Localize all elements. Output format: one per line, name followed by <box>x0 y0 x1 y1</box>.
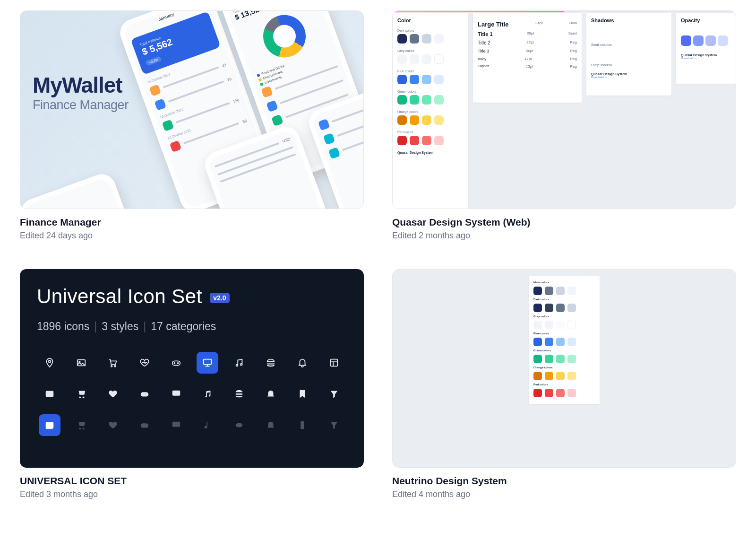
svg-rect-16 <box>172 391 180 396</box>
svg-rect-8 <box>204 359 212 365</box>
phone-mockup <box>20 170 180 209</box>
project-meta: Edited 4 months ago <box>392 489 736 499</box>
svg-rect-12 <box>46 391 54 397</box>
project-thumbnail: Main colors Dark colors Grey colors Blue… <box>392 269 736 468</box>
iconset-heading: Universal Icon Set <box>37 285 202 307</box>
cart-icon <box>70 383 92 405</box>
svg-point-6 <box>174 363 175 364</box>
svg-rect-11 <box>330 359 337 366</box>
project-thumbnail: MyWallet Finance Manager January Total b… <box>20 10 364 209</box>
bookmark-icon <box>292 383 313 405</box>
brand-title: MyWallet <box>33 72 129 98</box>
svg-point-7 <box>177 363 178 364</box>
project-card-finance-manager[interactable]: MyWallet Finance Manager January Total b… <box>20 10 364 241</box>
project-card-quasar[interactable]: Color Dark colors Grey colors Blue color… <box>392 10 736 241</box>
svg-rect-5 <box>172 361 180 365</box>
gamepad-icon <box>134 414 155 436</box>
svg-rect-17 <box>236 393 243 395</box>
typography-panel: Large Title34ptBold Title 128ptSemi Titl… <box>473 13 582 103</box>
svg-point-4 <box>114 366 116 367</box>
color-panel: Color Dark colors Grey colors Blue color… <box>393 13 468 209</box>
gamepad-icon <box>134 383 155 405</box>
version-badge: v2.0 <box>210 293 229 303</box>
svg-point-25 <box>236 423 243 427</box>
pin-icon <box>39 352 60 374</box>
phone-icon <box>292 414 313 436</box>
svg-point-0 <box>49 360 51 363</box>
image-icon <box>70 352 92 374</box>
music-icon <box>197 414 218 436</box>
filter-icon <box>323 383 345 405</box>
project-meta: Edited 2 months ago <box>392 231 736 241</box>
layout-icon <box>323 352 345 374</box>
shadows-panel: Shadows Small shadow Large shadow Quasar… <box>586 13 671 96</box>
image-icon <box>39 383 60 405</box>
filter-icon <box>323 414 345 436</box>
image-icon <box>39 414 60 436</box>
project-title: Quasar Design System (Web) <box>392 217 736 228</box>
presentation-icon <box>165 414 187 436</box>
project-meta: Edited 3 months ago <box>20 489 364 499</box>
project-title: Finance Manager <box>20 217 364 228</box>
cart-icon <box>70 414 92 436</box>
svg-point-20 <box>83 428 85 430</box>
project-title: UNIVERSAL ICON SET <box>20 475 364 487</box>
music-icon <box>197 383 218 405</box>
brand-subtitle: Finance Manager <box>33 98 129 113</box>
svg-rect-21 <box>141 423 149 428</box>
bell-icon <box>260 383 282 405</box>
project-card-neutrino[interactable]: Main colors Dark colors Grey colors Blue… <box>392 269 736 499</box>
heart-pulse-icon <box>102 414 124 436</box>
project-thumbnail: Universal Icon Set v2.0 1896 icons|3 sty… <box>20 269 364 468</box>
gamepad-icon <box>165 352 187 374</box>
project-meta: Edited 24 days ago <box>20 231 364 241</box>
svg-point-13 <box>79 397 81 399</box>
burger-icon <box>228 414 250 436</box>
heart-pulse-icon <box>102 383 124 405</box>
heart-pulse-icon <box>134 352 155 374</box>
project-card-universal-icon-set[interactable]: Universal Icon Set v2.0 1896 icons|3 sty… <box>20 269 364 499</box>
project-thumbnail: Color Dark colors Grey colors Blue color… <box>392 10 736 209</box>
opacity-panel: Opacity Quasar Design System Download → <box>676 13 736 84</box>
presentation-icon <box>197 352 218 374</box>
svg-point-9 <box>236 365 238 366</box>
svg-point-3 <box>111 366 112 367</box>
music-icon <box>228 352 250 374</box>
burger-icon <box>228 383 250 405</box>
svg-rect-15 <box>141 392 149 396</box>
presentation-icon <box>165 383 187 405</box>
svg-point-19 <box>79 428 81 430</box>
svg-rect-22 <box>172 422 180 427</box>
cart-icon <box>102 352 124 374</box>
svg-point-10 <box>241 364 242 366</box>
projects-grid: MyWallet Finance Manager January Total b… <box>20 10 736 499</box>
iconset-stats: 1896 icons|3 styles|17 categories <box>37 320 347 333</box>
bell-icon <box>292 352 313 374</box>
svg-point-14 <box>83 397 85 399</box>
bell-icon <box>260 414 282 436</box>
svg-rect-24 <box>207 422 208 427</box>
donut-chart <box>257 10 311 63</box>
burger-icon <box>260 352 282 374</box>
svg-rect-26 <box>301 421 304 429</box>
color-panel: Main colors Dark colors Grey colors Blue… <box>529 276 600 404</box>
icon-preview-grid <box>37 352 347 436</box>
project-title: Neutrino Design System <box>392 475 736 487</box>
